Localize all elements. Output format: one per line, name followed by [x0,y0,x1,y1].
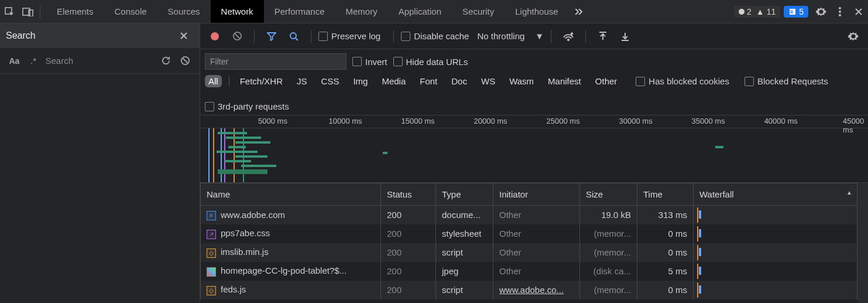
timeline-overview[interactable]: 5000 ms10000 ms15000 ms20000 ms25000 ms3… [200,115,868,183]
search-header: Search [0,23,200,48]
timeline-tick: 35000 ms [692,117,725,125]
panel-tabs: ElementsConsoleSourcesNetworkPerformance… [46,0,569,23]
type-filter-ws[interactable]: WS [478,75,499,87]
tab-application[interactable]: Application [388,0,452,23]
export-har-icon[interactable] [615,26,635,46]
table-row[interactable]: ↗pps7abe.css200stylesheetOther(memor...0… [201,224,857,243]
table-row[interactable]: homepage-CC-lg-pod-tablet?$...200jpegOth… [201,262,857,281]
type-filter-all[interactable]: All [205,75,222,87]
third-party-checkbox[interactable]: 3rd-party requests [205,101,289,111]
tab-sources[interactable]: Sources [157,0,211,23]
invert-checkbox[interactable]: Invert [352,57,387,67]
column-name[interactable]: Name [201,183,381,206]
issues-badge[interactable]: 5 [784,6,808,18]
column-size[interactable]: Size [580,183,637,206]
regex-toggle[interactable]: .* [24,51,43,71]
search-toggle-icon[interactable] [284,26,304,46]
match-case-toggle[interactable]: Aa [5,51,24,71]
column-waterfall[interactable]: Waterfall [694,183,857,206]
svg-rect-4 [790,11,793,12]
filter-input[interactable] [205,53,346,70]
type-filter-manifest[interactable]: Manifest [544,75,585,87]
tab-security[interactable]: Security [452,0,505,23]
main-split: Search Aa .* [0,23,868,303]
tab-performance[interactable]: Performance [264,0,335,23]
column-initiator[interactable]: Initiator [493,183,580,206]
file-type-icon: ◇ [207,248,216,258]
network-panel: Preserve log Disable cache No throttling… [200,23,868,303]
svg-rect-5 [790,12,793,13]
type-filter-fetchxhr[interactable]: Fetch/XHR [236,75,286,87]
search-input[interactable] [43,52,157,70]
request-table: NameStatusTypeInitiatorSizeTimeWaterfall… [200,183,868,303]
type-filter-doc[interactable]: Doc [448,75,471,87]
tab-memory[interactable]: Memory [335,0,388,23]
throttling-select[interactable]: No throttling [477,31,524,41]
svg-point-7 [839,11,841,13]
more-tabs-icon[interactable] [569,0,588,23]
svg-point-13 [568,39,569,40]
tab-lighthouse[interactable]: Lighthouse [505,0,568,23]
filter-row: Invert Hide data URLs [200,49,868,74]
record-button[interactable] [205,26,225,46]
timeline-tick: 30000 ms [619,117,653,125]
type-filter-img[interactable]: Img [349,75,371,87]
close-search-icon[interactable] [174,26,194,46]
svg-rect-3 [790,9,795,15]
file-type-icon: ≡ [207,211,216,220]
network-settings-icon[interactable] [843,26,863,46]
disable-cache-checkbox[interactable]: Disable cache [401,31,475,41]
hide-data-urls-checkbox[interactable]: Hide data URLs [393,57,468,67]
timeline-ticks: 5000 ms10000 ms15000 ms20000 ms25000 ms3… [200,115,868,128]
tab-console[interactable]: Console [104,0,157,23]
devtools-tabbar: ElementsConsoleSourcesNetworkPerformance… [0,0,868,23]
file-type-icon: ◇ [207,286,216,295]
chevron-down-icon[interactable]: ▼ [535,31,544,41]
error-warning-badge[interactable]: 2 ▲ 11 [734,6,780,18]
svg-point-10 [211,32,219,40]
has-blocked-cookies-checkbox[interactable]: Has blocked cookies [636,76,729,86]
tab-network[interactable]: Network [211,0,264,23]
kebab-menu-icon[interactable] [831,0,849,23]
close-devtools-icon[interactable] [849,0,868,23]
scrollbar-thumb[interactable] [859,206,866,239]
issues-count: 5 [799,7,804,16]
preserve-log-checkbox[interactable]: Preserve log [318,31,386,41]
blocked-requests-checkbox[interactable]: Blocked Requests [745,76,828,86]
table-row[interactable]: ◇feds.js200scriptwww.adobe.co...(memor..… [201,281,857,299]
tab-elements[interactable]: Elements [46,0,104,23]
table-row[interactable]: ◇imslib.min.js200scriptOther(memor...0 m… [201,243,857,262]
table-row[interactable]: ≡www.adobe.com200docume...Other19.0 kB31… [201,206,857,224]
settings-icon[interactable] [812,0,831,23]
clear-search-icon[interactable] [176,51,195,71]
timeline-tick: 5000 ms [258,117,287,125]
device-toggle-icon[interactable] [19,0,37,23]
network-conditions-icon[interactable] [558,26,578,46]
svg-point-6 [839,7,841,9]
type-filter-media[interactable]: Media [378,75,409,87]
import-har-icon[interactable] [593,26,613,46]
file-type-icon: ↗ [207,230,216,239]
type-filter-other[interactable]: Other [592,75,621,87]
type-filter-css[interactable]: CSS [318,75,343,87]
type-filter-font[interactable]: Font [416,75,441,87]
column-status[interactable]: Status [381,183,436,206]
type-filter-js[interactable]: JS [293,75,311,87]
timeline-body [200,128,868,182]
search-sidebar: Search Aa .* [0,23,200,303]
clear-button[interactable] [227,26,247,46]
timeline-tick: 10000 ms [328,117,362,125]
search-title: Search [6,30,36,41]
search-tools: Aa .* [0,48,200,74]
network-toolbar: Preserve log Disable cache No throttling… [200,23,868,49]
refresh-search-icon[interactable] [157,51,176,71]
svg-point-12 [290,33,296,39]
svg-point-8 [839,14,841,16]
inspect-icon[interactable] [0,0,19,23]
column-time[interactable]: Time [637,183,694,206]
column-type[interactable]: Type [436,183,493,206]
type-filter-wasm[interactable]: Wasm [506,75,537,87]
timeline-tick: 25000 ms [547,117,580,125]
filter-toggle-icon[interactable] [262,26,282,46]
file-type-icon [207,267,216,277]
